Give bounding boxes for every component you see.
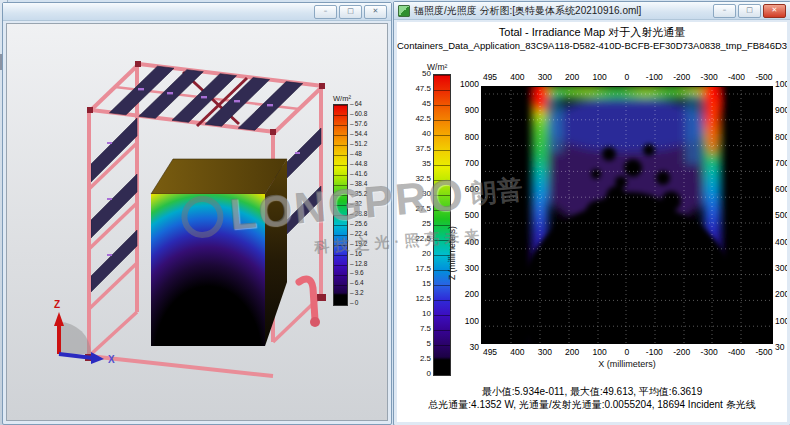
x-tick-label: 400 bbox=[508, 347, 526, 357]
axis-triad: Z X bbox=[54, 299, 115, 365]
z-tick-label: 100 bbox=[455, 317, 479, 326]
restore-button[interactable]: □ bbox=[339, 5, 362, 19]
x-tick-label: -500 bbox=[755, 347, 773, 357]
x-tick-label: 495 bbox=[481, 72, 499, 82]
colorbar-3d-tick: 51.2 bbox=[350, 141, 367, 148]
x-tick-label: -300 bbox=[700, 72, 718, 82]
z-tick-label: 200 bbox=[775, 290, 787, 299]
z-tick-label: 1000 bbox=[455, 80, 479, 89]
x-tick-label: -100 bbox=[645, 347, 663, 357]
irradiance-face bbox=[151, 194, 265, 346]
x-axis-title: X (millimeters) bbox=[481, 359, 773, 369]
chart-subtitle: Containers_Data_Application_83C9A118-D58… bbox=[397, 40, 787, 51]
colorbar-map-tick: 5 bbox=[405, 340, 431, 348]
colorbar-3d-tick: 64 bbox=[350, 101, 367, 108]
x-tick-label: -300 bbox=[700, 347, 718, 357]
colorbar-3d-tick: 44.8 bbox=[350, 161, 367, 168]
x-tick-label: -500 bbox=[755, 72, 773, 82]
model-view-titlebar[interactable]: – □ ✕ bbox=[3, 3, 391, 21]
z-tick-label: 400 bbox=[775, 238, 787, 247]
pipe-flange bbox=[310, 317, 320, 327]
close-button[interactable]: ✕ bbox=[364, 5, 387, 19]
z-tick-label: 800 bbox=[455, 133, 479, 142]
minimize-button[interactable]: – bbox=[713, 4, 736, 18]
colorbar-3d-tick: 9.6 bbox=[350, 270, 367, 277]
x-tick-label: 0 bbox=[618, 347, 636, 357]
z-axis-arrow bbox=[54, 312, 64, 326]
stats-line-1: 最小值:5.934e-011, 最大值:49.613, 平均值:6.3619 bbox=[397, 385, 787, 399]
x-tick-label: 200 bbox=[563, 347, 581, 357]
x-tick-label: 100 bbox=[591, 347, 609, 357]
z-tick-label: 300 bbox=[775, 264, 787, 273]
colorbar-3d-tick: 0 bbox=[350, 300, 367, 307]
x-tick-label: 0 bbox=[618, 72, 636, 82]
colorbar-3d-tick: 48 bbox=[350, 151, 367, 158]
colorbar-3d-tick: 3.2 bbox=[350, 290, 367, 297]
colorbar-map-tick: 47.5 bbox=[405, 85, 431, 93]
3d-viewport[interactable]: Z X W/m² 6460.857.654.451.24844.841.638.… bbox=[6, 23, 388, 421]
close-button[interactable]: ✕ bbox=[763, 4, 786, 18]
colorbar-3d-tick: 19.2 bbox=[350, 241, 367, 248]
x-tick-label: -100 bbox=[645, 72, 663, 82]
colorbar-map-tick: 10 bbox=[405, 310, 431, 318]
irradiance-map-client: Total - Irradiance Map 对于入射光通量 Container… bbox=[397, 22, 787, 422]
colorbar-map-tick: 0 bbox=[405, 370, 431, 378]
colorbar-3d-tick: 22.4 bbox=[350, 231, 367, 238]
colorbar-3d-tick: 6.4 bbox=[350, 280, 367, 287]
colorbar-map: W/m² 5047.54542.54037.53532.53027.52522.… bbox=[405, 62, 457, 378]
z-axis-left: 100090080070060050040030020010030 bbox=[455, 80, 479, 352]
irradiance-heatmap[interactable] bbox=[481, 86, 773, 344]
colorbar-3d-scale bbox=[333, 104, 348, 306]
z-tick-label: 700 bbox=[455, 159, 479, 168]
colorbar-3d-tick: 32 bbox=[350, 201, 367, 208]
z-tick-label: 300 bbox=[455, 264, 479, 273]
3d-scene: Z X bbox=[7, 24, 388, 421]
colorbar-3d-tick: 28.8 bbox=[350, 211, 367, 218]
minimize-button[interactable]: – bbox=[314, 5, 337, 19]
colorbar-map-tick: 20 bbox=[405, 250, 431, 258]
restore-button[interactable]: □ bbox=[738, 4, 761, 18]
colorbar-3d-tick: 12.8 bbox=[350, 261, 367, 268]
z-tick-label: 200 bbox=[455, 290, 479, 299]
stats-line-2: 总光通量:4.1352 W, 光通量/发射光通量:0.0055204, 1869… bbox=[397, 398, 787, 412]
colorbar-3d-tick: 35.2 bbox=[350, 191, 367, 198]
analysis-window-icon bbox=[398, 5, 410, 17]
x-tick-label: 495 bbox=[481, 347, 499, 357]
x-tick-label: 300 bbox=[536, 347, 554, 357]
model-view-window: – □ ✕ bbox=[2, 2, 392, 425]
colorbar-map-tick: 12.5 bbox=[405, 295, 431, 303]
colorbar-map-tick: 25 bbox=[405, 220, 431, 228]
x-tick-label: -400 bbox=[728, 72, 746, 82]
colorbar-map-tick: 7.5 bbox=[405, 325, 431, 333]
colorbar-3d-tick: 54.4 bbox=[350, 131, 367, 138]
z-tick-label: 600 bbox=[455, 185, 479, 194]
colorbar-map-unit: W/m² bbox=[427, 62, 457, 72]
colorbar-map-tick: 50 bbox=[405, 70, 431, 78]
colorbar-map-tick: 17.5 bbox=[405, 265, 431, 273]
z-tick-label: 30 bbox=[455, 343, 479, 352]
x-axis-label: X bbox=[108, 354, 115, 365]
colorbar-3d-tick: 16 bbox=[350, 251, 367, 258]
z-tick-label: 800 bbox=[775, 133, 787, 142]
colorbar-3d: W/m² 6460.857.654.451.24844.841.638.435.… bbox=[333, 94, 388, 307]
z-axis-label: Z bbox=[54, 299, 60, 310]
x-tick-label: 200 bbox=[563, 72, 581, 82]
z-tick-label: 1000 bbox=[775, 80, 787, 89]
z-tick-label: 30 bbox=[775, 343, 787, 352]
colorbar-map-tick: 37.5 bbox=[405, 145, 431, 153]
colorbar-map-tick: 35 bbox=[405, 160, 431, 168]
irradiated-box bbox=[151, 159, 287, 346]
colorbar-3d-tick: 38.4 bbox=[350, 181, 367, 188]
colorbar-map-tick: 42.5 bbox=[405, 115, 431, 123]
z-tick-label: 500 bbox=[775, 211, 787, 220]
z-tick-label: 400 bbox=[455, 238, 479, 247]
x-tick-label: 400 bbox=[508, 72, 526, 82]
x-axis-bottom: 4954003002001000-100-200-300-400-500 bbox=[481, 347, 773, 357]
irradiance-map-titlebar[interactable]: 辐照度/光照度 分析图:[奥特曼体系统20210916.oml] – □ ✕ bbox=[394, 2, 790, 20]
colorbar-map-tick: 2.5 bbox=[405, 355, 431, 363]
colorbar-map-tick: 40 bbox=[405, 130, 431, 138]
irradiance-map-window: 辐照度/光照度 分析图:[奥特曼体系统20210916.oml] – □ ✕ T… bbox=[393, 1, 790, 425]
colorbar-3d-tick: 25.6 bbox=[350, 221, 367, 228]
x-tick-label: 300 bbox=[536, 72, 554, 82]
colorbar-map-tick: 45 bbox=[405, 100, 431, 108]
